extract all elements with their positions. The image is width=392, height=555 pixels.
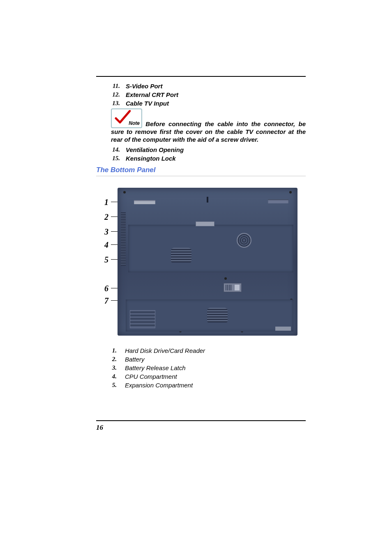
list-item: 11. S-Video Port — [111, 83, 306, 90]
list-num: 1. — [111, 347, 117, 354]
callout-5: 5 — [104, 255, 108, 265]
callout-2: 2 — [104, 212, 108, 222]
section-title: The Bottom Panel — [96, 166, 306, 174]
section-underline — [96, 176, 306, 176]
battery-compartment — [128, 225, 293, 272]
rubber-foot — [275, 327, 291, 331]
screw-icon — [289, 191, 292, 193]
list-num: 5. — [111, 382, 117, 389]
list-num: 11. — [111, 83, 120, 90]
top-rule — [96, 76, 306, 77]
list-item: 1. Hard Disk Drive/Card Reader — [111, 347, 306, 354]
list-num: 2. — [111, 356, 117, 363]
bottom-rule — [96, 420, 306, 421]
fan-vent-2 — [207, 308, 228, 322]
upper-list-2: 14. Ventilation Opening 15. Kensington L… — [111, 146, 306, 162]
list-num: 14. — [111, 146, 120, 153]
note-block: Note Before connecting the cable into th… — [111, 108, 306, 144]
screw-icon — [224, 277, 227, 280]
speaker-grill — [237, 233, 251, 248]
list-label: Expansion Compartment — [125, 382, 193, 389]
battery-latch — [196, 221, 214, 226]
callout-3: 3 — [104, 227, 108, 237]
list-label: Battery Release Latch — [125, 364, 186, 371]
lower-list: 1. Hard Disk Drive/Card Reader 2. Batter… — [111, 347, 306, 389]
list-num: 3. — [111, 364, 117, 371]
list-num: 4. — [111, 373, 117, 380]
list-label: External CRT Port — [126, 91, 178, 98]
list-label: Hard Disk Drive/Card Reader — [125, 347, 205, 354]
list-item: 13. Cable TV Input — [111, 100, 306, 107]
list-label: CPU Compartment — [125, 373, 177, 380]
page-number: 16 — [96, 424, 306, 432]
list-item: 5. Expansion Compartment — [111, 382, 306, 389]
list-label: S-Video Port — [126, 83, 162, 90]
content-area: 11. S-Video Port 12. External CRT Port 1… — [96, 76, 306, 390]
diagram-callout-labels: 1 2 3 4 5 6 7 — [104, 188, 115, 336]
upper-list: 11. S-Video Port 12. External CRT Port 1… — [111, 83, 306, 107]
document-page: 11. S-Video Port 12. External CRT Port 1… — [0, 0, 392, 555]
callout-1: 1 — [104, 198, 108, 207]
list-item: 12. External CRT Port — [111, 91, 306, 98]
note-icon-label: Note — [129, 120, 140, 127]
list-item: 4. CPU Compartment — [111, 373, 306, 380]
list-num: 13. — [111, 100, 120, 107]
card-reader-bay — [268, 199, 288, 203]
list-num: 12. — [111, 91, 120, 98]
screw-icon — [123, 191, 126, 193]
hdd-bay — [134, 200, 155, 204]
callout-6: 6 — [104, 284, 108, 293]
info-label-pad — [130, 310, 155, 328]
cpu-fan-vent — [171, 248, 191, 263]
list-item: 15. Kensington Lock — [111, 155, 306, 162]
laptop-bottom-panel — [118, 188, 297, 336]
callout-7: 7 — [104, 296, 108, 306]
list-item: 2. Battery — [111, 356, 306, 363]
list-item: 14. Ventilation Opening — [111, 146, 306, 153]
list-label: Ventilation Opening — [126, 146, 184, 153]
bottom-panel-diagram: 1 2 3 4 5 6 7 — [104, 188, 297, 336]
list-label: Kensington Lock — [126, 155, 176, 162]
list-num: 15. — [111, 155, 120, 162]
callout-4: 4 — [104, 240, 108, 250]
note-checkmark-icon: Note — [111, 108, 142, 128]
top-slot — [207, 197, 208, 203]
list-label: Cable TV Input — [126, 100, 169, 107]
list-item: 3. Battery Release Latch — [111, 364, 306, 371]
list-label: Battery — [125, 356, 145, 363]
expansion-slot — [224, 283, 242, 292]
side-grill — [121, 212, 126, 266]
page-footer: 16 — [96, 420, 306, 432]
